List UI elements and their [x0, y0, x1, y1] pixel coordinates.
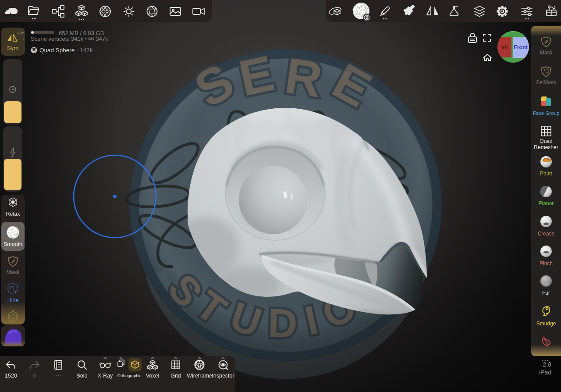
svg-text:Wireframe: Wireframe [187, 373, 212, 379]
svg-text:Sym: Sym [7, 45, 18, 51]
svg-text:Front: Front [514, 44, 528, 50]
svg-text:Quad: Quad [540, 138, 552, 144]
svg-text:Remesher: Remesher [534, 144, 558, 150]
svg-text:Relax: Relax [6, 211, 21, 217]
svg-text:Pinch: Pinch [540, 260, 553, 267]
svg-text:⋯: ⋯ [56, 373, 61, 379]
svg-text:L/W: L/W [18, 31, 24, 35]
svg-text:Inspector: Inspector [212, 373, 234, 379]
svg-text:iPad: iPad [539, 369, 551, 376]
svg-text:Orthographic: Orthographic [117, 373, 142, 378]
svg-text:Solo: Solo [76, 373, 87, 379]
svg-text:Mask: Mask [7, 269, 20, 275]
svg-text:SelMask: SelMask [536, 79, 557, 86]
svg-text:Crease: Crease [538, 231, 555, 237]
svg-text:X-Ray: X-Ray [98, 373, 113, 379]
svg-text:0: 0 [33, 373, 36, 379]
svg-text:eft: eft [501, 44, 508, 50]
svg-text:1520: 1520 [5, 373, 17, 379]
svg-text:Planar: Planar [539, 200, 554, 207]
svg-text:Paint: Paint [540, 171, 552, 177]
svg-text:›: › [23, 37, 24, 42]
svg-text:Grid: Grid [170, 373, 181, 379]
svg-text:Smudge: Smudge [536, 321, 556, 327]
svg-text:Fur: Fur [542, 290, 550, 296]
svg-text:Smooth: Smooth [4, 241, 22, 247]
svg-text:Face Group: Face Group [533, 110, 560, 116]
svg-text:2.8: 2.8 [543, 361, 552, 368]
svg-text:Voxel: Voxel [146, 373, 160, 379]
svg-text:Mask: Mask [540, 50, 553, 56]
